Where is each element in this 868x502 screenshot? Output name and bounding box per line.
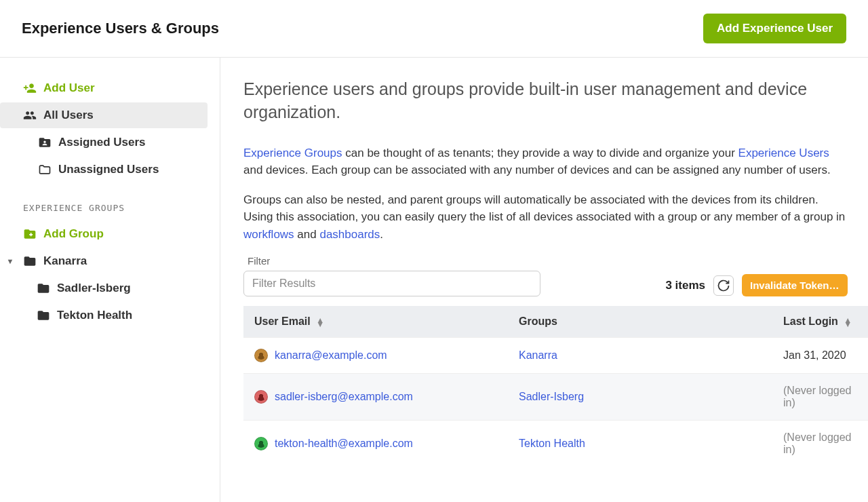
item-count: 3 items bbox=[665, 279, 705, 292]
table-row: tekton-health@example.comTekton Health(N… bbox=[243, 421, 868, 467]
column-header-last-login[interactable]: Last Login ▲▼ bbox=[772, 306, 868, 338]
page-title: Experience Users & Groups bbox=[22, 20, 219, 37]
sidebar-add-user[interactable]: Add User bbox=[0, 75, 208, 101]
chevron-down-icon: ▼ bbox=[5, 257, 15, 265]
sidebar-unassigned-users[interactable]: Unassigned Users bbox=[0, 157, 208, 182]
header: Experience Users & Groups Add Experience… bbox=[0, 0, 868, 58]
last-login-cell: (Never logged in) bbox=[772, 421, 868, 467]
sidebar-add-group[interactable]: Add Group bbox=[0, 221, 208, 247]
group-link[interactable]: Sadler-Isberg bbox=[519, 391, 584, 402]
sidebar-item-label: Kanarra bbox=[43, 254, 87, 268]
table-row: sadler-isberg@example.comSadler-Isberg(N… bbox=[243, 374, 868, 421]
sidebar: Add User All Users Assigned Users Unassi… bbox=[0, 58, 220, 502]
column-header-groups[interactable]: Groups bbox=[508, 306, 772, 338]
filter-input[interactable] bbox=[243, 271, 540, 296]
link-experience-groups[interactable]: Experience Groups bbox=[243, 147, 342, 159]
main-content: Experience users and groups provide buil… bbox=[220, 58, 868, 502]
avatar bbox=[254, 390, 268, 404]
last-login-cell: Jan 31, 2020 bbox=[772, 338, 868, 374]
add-user-icon bbox=[23, 81, 37, 95]
link-dashboards[interactable]: dashboards bbox=[319, 228, 380, 241]
add-experience-user-button[interactable]: Add Experience User bbox=[703, 14, 846, 43]
add-folder-icon bbox=[23, 227, 37, 241]
description-paragraph-1: Experience Groups can be thought of as t… bbox=[243, 144, 868, 179]
refresh-button[interactable] bbox=[713, 275, 734, 296]
sidebar-item-label: Tekton Health bbox=[57, 309, 132, 322]
folder-user-icon bbox=[38, 136, 52, 149]
group-link[interactable]: Kanarra bbox=[519, 349, 557, 361]
sort-icon: ▲▼ bbox=[844, 318, 852, 326]
sort-icon: ▲▼ bbox=[316, 318, 324, 326]
table-row: kanarra@example.comKanarraJan 31, 2020 bbox=[243, 338, 868, 374]
folder-icon bbox=[37, 309, 50, 322]
sidebar-item-label: Assigned Users bbox=[58, 136, 146, 149]
column-header-email[interactable]: User Email ▲▼ bbox=[243, 306, 508, 338]
invalidate-tokens-button[interactable]: Invalidate Tokens ... bbox=[742, 274, 848, 296]
sidebar-group-kanarra[interactable]: ▼ Kanarra bbox=[0, 248, 208, 274]
link-workflows[interactable]: workflows bbox=[243, 228, 294, 241]
sidebar-all-users[interactable]: All Users bbox=[0, 102, 208, 128]
last-login-cell: (Never logged in) bbox=[772, 374, 868, 421]
sidebar-assigned-users[interactable]: Assigned Users bbox=[0, 130, 208, 155]
people-icon bbox=[23, 109, 37, 122]
sidebar-group-tekton-health[interactable]: Tekton Health bbox=[0, 303, 208, 328]
folder-outline-icon bbox=[38, 163, 52, 176]
user-email-link[interactable]: kanarra@example.com bbox=[275, 349, 387, 362]
sidebar-group-sadler-isberg[interactable]: Sadler-Isberg bbox=[0, 275, 208, 301]
folder-icon bbox=[37, 282, 50, 295]
group-link[interactable]: Tekton Health bbox=[519, 438, 585, 449]
sidebar-item-label: Unassigned Users bbox=[58, 163, 159, 176]
sidebar-item-label: Add Group bbox=[43, 227, 104, 241]
sidebar-section-groups: EXPERIENCE GROUPS bbox=[0, 184, 213, 221]
sidebar-item-label: Sadler-Isberg bbox=[57, 282, 131, 295]
sidebar-item-label: Add User bbox=[43, 81, 95, 95]
user-email-link[interactable]: tekton-health@example.com bbox=[275, 438, 413, 450]
intro-text: Experience users and groups provide buil… bbox=[243, 78, 868, 124]
avatar bbox=[254, 349, 268, 362]
users-table: User Email ▲▼ Groups Last Login ▲▼ kanar… bbox=[243, 306, 868, 467]
folder-icon bbox=[23, 254, 37, 268]
link-experience-users[interactable]: Experience Users bbox=[738, 147, 829, 159]
user-email-link[interactable]: sadler-isberg@example.com bbox=[275, 391, 413, 403]
avatar bbox=[254, 437, 268, 450]
description-paragraph-2: Groups can also be nested, and parent gr… bbox=[243, 191, 868, 244]
sidebar-item-label: All Users bbox=[43, 109, 94, 122]
refresh-icon bbox=[717, 279, 730, 292]
filter-label: Filter bbox=[243, 255, 540, 267]
